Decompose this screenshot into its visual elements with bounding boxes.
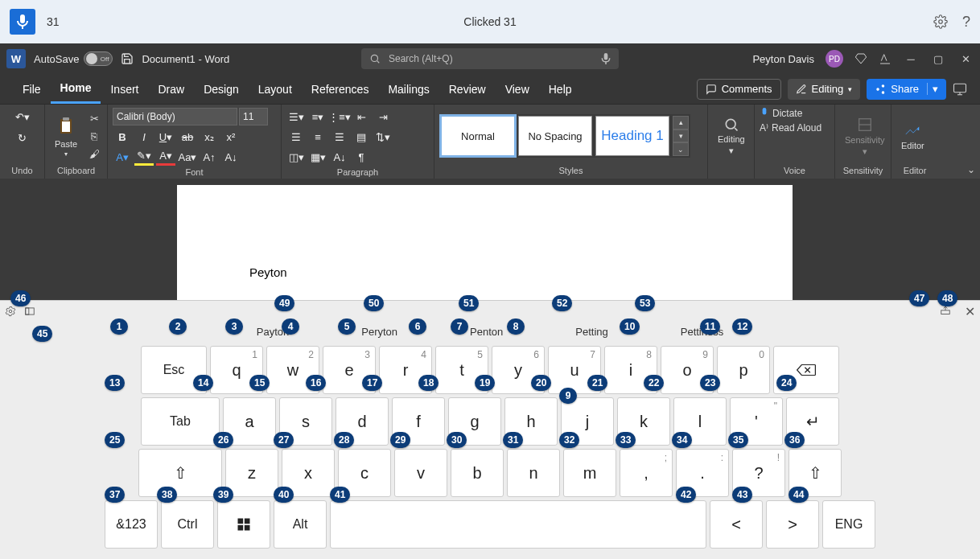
style-no-spacing[interactable]: No Spacing: [518, 116, 592, 156]
maximize-button[interactable]: ▢: [930, 53, 946, 65]
style-normal[interactable]: Normal: [441, 116, 515, 156]
minimize-button[interactable]: ─: [903, 53, 919, 65]
key-alt[interactable]: Alt: [274, 500, 327, 549]
diamond-icon[interactable]: [854, 52, 867, 65]
multilevel-button[interactable]: ⋮≡▾: [330, 108, 349, 125]
tab-draw[interactable]: Draw: [148, 74, 194, 104]
gear-icon[interactable]: [933, 14, 948, 29]
highlight-button[interactable]: ✎▾: [134, 148, 154, 166]
key-left[interactable]: <: [710, 500, 763, 549]
format-painter-button[interactable]: 🖌: [85, 146, 103, 162]
suggestion-3[interactable]: Penton: [470, 326, 503, 338]
osk-settings-icon[interactable]: [5, 306, 16, 317]
key-ctrl[interactable]: Ctrl: [161, 500, 214, 549]
tab-help[interactable]: Help: [539, 74, 582, 104]
key-right[interactable]: >: [766, 500, 819, 549]
redo-button[interactable]: ↻: [13, 129, 32, 146]
styles-up[interactable]: ▴: [673, 116, 689, 129]
tab-design[interactable]: Design: [194, 74, 249, 104]
styles-gallery[interactable]: Normal No Spacing Heading 1 ▴▾⌄: [439, 114, 690, 158]
osk-close-button[interactable]: ✕: [965, 304, 975, 319]
autosave-toggle[interactable]: Off: [84, 51, 113, 66]
font-color-button[interactable]: A▾: [156, 148, 175, 166]
osk-dock-icon[interactable]: [939, 306, 952, 317]
editing-group-button[interactable]: Editing▾: [713, 117, 750, 156]
styles-down[interactable]: ▾: [673, 129, 689, 143]
dictate-button[interactable]: Dictate: [760, 108, 802, 119]
text-effects-button[interactable]: A▾: [113, 148, 132, 166]
copy-button[interactable]: ⎘: [85, 128, 103, 144]
avatar[interactable]: PD: [826, 50, 843, 68]
tab-view[interactable]: View: [496, 74, 539, 104]
key-lang[interactable]: ENG: [822, 500, 875, 549]
key-,[interactable]: ,;: [620, 449, 673, 497]
shrink-font-button[interactable]: A↓: [221, 148, 241, 166]
search-box[interactable]: Search (Alt+Q): [361, 48, 619, 69]
tab-mailings[interactable]: Mailings: [378, 74, 439, 104]
suggestion-4[interactable]: Petting: [575, 326, 607, 338]
key-p[interactable]: p0: [717, 346, 770, 394]
save-icon[interactable]: [121, 52, 134, 65]
key-symnum[interactable]: &123: [105, 500, 158, 549]
style-heading-1[interactable]: Heading 1: [595, 116, 669, 156]
search-mic-icon[interactable]: [601, 53, 611, 64]
tab-home[interactable]: Home: [51, 74, 101, 104]
italic-button[interactable]: I: [134, 128, 154, 146]
badge-17: 17: [362, 375, 382, 391]
key-shift-left[interactable]: ⇧: [138, 449, 222, 497]
strikethrough-button[interactable]: ab: [178, 128, 197, 146]
sensitivity-button[interactable]: Sensitivity▾: [840, 116, 890, 157]
collapse-ribbon-button[interactable]: ⌄: [967, 164, 975, 175]
justify-button[interactable]: ▤: [352, 128, 371, 146]
osk-layout-icon[interactable]: [24, 306, 35, 317]
key-tab[interactable]: Tab: [141, 397, 220, 446]
grow-font-button[interactable]: A↑: [200, 148, 219, 166]
font-name-combo[interactable]: Calibri (Body): [113, 108, 237, 125]
key-b[interactable]: b: [451, 449, 504, 497]
tab-references[interactable]: References: [302, 74, 379, 104]
superscript-button[interactable]: x²: [221, 128, 241, 146]
change-case-button[interactable]: Aa▾: [178, 148, 197, 166]
underline-button[interactable]: U▾: [156, 128, 175, 146]
editor-button[interactable]: Editor: [896, 121, 929, 150]
help-icon[interactable]: ?: [962, 14, 970, 31]
share-button[interactable]: Share▾: [867, 79, 946, 100]
borders-button[interactable]: ▦▾: [308, 148, 327, 166]
close-button[interactable]: ✕: [957, 53, 974, 65]
numbering-button[interactable]: ≡▾: [308, 108, 327, 125]
read-aloud-button[interactable]: A⁾Read Aloud: [760, 122, 821, 134]
line-spacing-button[interactable]: ⇅▾: [373, 128, 393, 146]
show-marks-button[interactable]: ¶: [352, 148, 371, 166]
undo-button[interactable]: ↶▾: [13, 108, 32, 125]
bullets-button[interactable]: ☰▾: [286, 108, 306, 125]
tab-file[interactable]: File: [13, 74, 51, 104]
present-icon[interactable]: [953, 82, 967, 97]
editing-mode-button[interactable]: Editing▾: [788, 79, 861, 100]
bold-button[interactable]: B: [113, 128, 132, 146]
align-right-button[interactable]: ☰: [330, 128, 349, 146]
decrease-indent-button[interactable]: ⇤: [352, 108, 371, 125]
key-space[interactable]: [330, 500, 706, 549]
cut-button[interactable]: ✂: [85, 110, 103, 126]
styles-more[interactable]: ⌄: [673, 142, 689, 156]
tab-review[interactable]: Review: [439, 74, 496, 104]
shading-button[interactable]: ◫▾: [286, 148, 306, 166]
key-m[interactable]: m: [563, 449, 616, 497]
key-win[interactable]: [217, 500, 270, 549]
suggestion-2[interactable]: Peryton: [361, 326, 397, 338]
increase-indent-button[interactable]: ⇥: [373, 108, 393, 125]
tab-insert[interactable]: Insert: [101, 74, 148, 104]
paste-button[interactable]: Paste▾: [50, 115, 82, 158]
font-size-combo[interactable]: 11: [239, 108, 268, 125]
key-n[interactable]: n: [507, 449, 560, 497]
coming-soon-icon[interactable]: [879, 52, 891, 65]
mic-button[interactable]: [10, 9, 35, 35]
key-v[interactable]: v: [394, 449, 447, 497]
key-z[interactable]: z: [225, 449, 278, 497]
comments-button[interactable]: Comments: [697, 79, 781, 100]
subscript-button[interactable]: x₂: [200, 128, 219, 146]
align-center-button[interactable]: ≡: [308, 128, 327, 146]
sort-button[interactable]: A↓: [330, 148, 349, 166]
tab-layout[interactable]: Layout: [249, 74, 302, 104]
align-left-button[interactable]: ☰: [286, 128, 306, 146]
